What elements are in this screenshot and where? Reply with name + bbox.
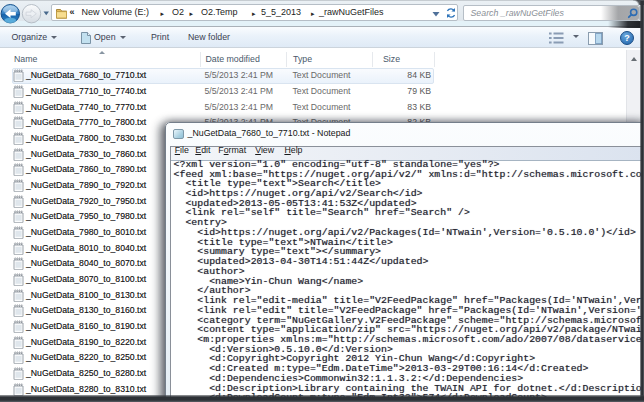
svg-text:?: ? <box>624 33 630 43</box>
